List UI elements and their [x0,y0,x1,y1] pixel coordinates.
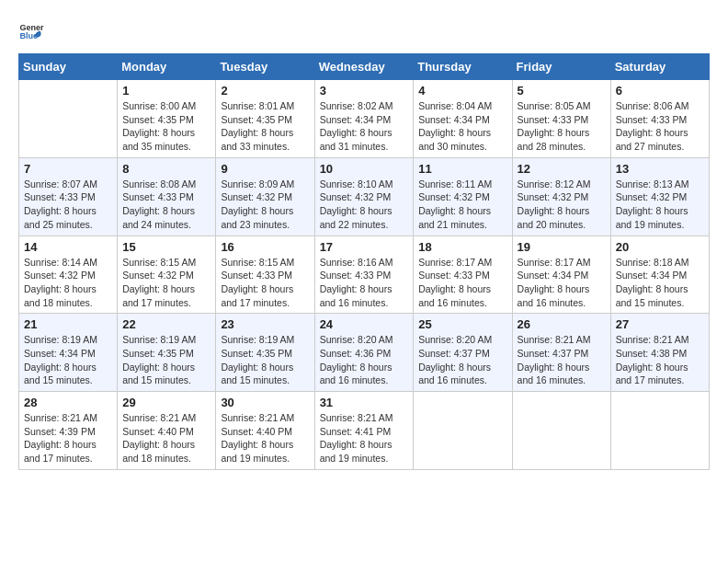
calendar-cell: 18Sunrise: 8:17 AM Sunset: 4:33 PM Dayli… [414,236,512,314]
calendar-cell: 10Sunrise: 8:10 AM Sunset: 4:32 PM Dayli… [314,157,414,236]
calendar-table: SundayMondayTuesdayWednesdayThursdayFrid… [18,53,710,470]
calendar-cell: 3Sunrise: 8:02 AM Sunset: 4:34 PM Daylig… [314,80,414,158]
day-info: Sunrise: 8:21 AM Sunset: 4:40 PM Dayligh… [221,411,309,465]
day-number: 2 [221,84,309,98]
day-number: 21 [24,317,112,331]
day-info: Sunrise: 8:05 AM Sunset: 4:33 PM Dayligh… [518,99,606,154]
day-info: Sunrise: 8:13 AM Sunset: 4:32 PM Dayligh… [616,178,704,232]
day-info: Sunrise: 8:11 AM Sunset: 4:32 PM Dayligh… [418,178,506,232]
day-number: 29 [122,396,210,409]
day-number: 9 [221,162,309,176]
day-number: 5 [518,84,606,98]
calendar-cell: 8Sunrise: 8:08 AM Sunset: 4:33 PM Daylig… [118,157,216,236]
calendar-cell: 7Sunrise: 8:07 AM Sunset: 4:33 PM Daylig… [19,157,118,236]
calendar-cell: 13Sunrise: 8:13 AM Sunset: 4:32 PM Dayli… [610,157,709,236]
day-info: Sunrise: 8:00 AM Sunset: 4:35 PM Dayligh… [122,99,210,154]
calendar-cell: 1Sunrise: 8:00 AM Sunset: 4:35 PM Daylig… [118,80,216,158]
day-info: Sunrise: 8:19 AM Sunset: 4:35 PM Dayligh… [122,333,210,387]
day-info: Sunrise: 8:15 AM Sunset: 4:33 PM Dayligh… [221,256,309,310]
svg-text:General: General [19,23,44,32]
day-number: 1 [122,84,210,98]
calendar-cell: 27Sunrise: 8:21 AM Sunset: 4:38 PM Dayli… [610,314,709,392]
day-info: Sunrise: 8:17 AM Sunset: 4:34 PM Dayligh… [518,256,606,310]
calendar-cell: 26Sunrise: 8:21 AM Sunset: 4:37 PM Dayli… [512,314,610,392]
day-number: 10 [320,162,409,176]
day-info: Sunrise: 8:21 AM Sunset: 4:39 PM Dayligh… [24,411,112,465]
calendar-cell: 19Sunrise: 8:17 AM Sunset: 4:34 PM Dayli… [512,236,610,314]
calendar-cell: 31Sunrise: 8:21 AM Sunset: 4:41 PM Dayli… [314,392,414,470]
logo: General Blue [18,18,48,44]
logo-icon: General Blue [18,18,44,44]
day-number: 28 [24,396,112,409]
weekday-header-saturday: Saturday [610,54,709,80]
weekday-header-sunday: Sunday [19,54,118,80]
calendar-cell: 29Sunrise: 8:21 AM Sunset: 4:40 PM Dayli… [118,392,216,470]
calendar-cell: 20Sunrise: 8:18 AM Sunset: 4:34 PM Dayli… [610,236,709,314]
day-info: Sunrise: 8:21 AM Sunset: 4:41 PM Dayligh… [320,411,409,465]
day-info: Sunrise: 8:12 AM Sunset: 4:32 PM Dayligh… [518,178,606,232]
day-number: 15 [122,240,210,254]
day-info: Sunrise: 8:17 AM Sunset: 4:33 PM Dayligh… [418,256,506,310]
day-number: 26 [518,317,606,331]
day-number: 7 [24,162,112,176]
day-number: 14 [24,240,112,254]
day-info: Sunrise: 8:20 AM Sunset: 4:36 PM Dayligh… [320,333,409,387]
day-info: Sunrise: 8:09 AM Sunset: 4:32 PM Dayligh… [221,178,309,232]
day-number: 11 [418,162,506,176]
calendar-cell: 5Sunrise: 8:05 AM Sunset: 4:33 PM Daylig… [512,80,610,158]
day-info: Sunrise: 8:08 AM Sunset: 4:33 PM Dayligh… [122,178,210,232]
day-number: 13 [616,162,704,176]
day-info: Sunrise: 8:01 AM Sunset: 4:35 PM Dayligh… [221,99,309,154]
calendar-cell: 11Sunrise: 8:11 AM Sunset: 4:32 PM Dayli… [414,157,512,236]
day-number: 31 [320,396,409,409]
calendar-cell: 22Sunrise: 8:19 AM Sunset: 4:35 PM Dayli… [118,314,216,392]
day-info: Sunrise: 8:14 AM Sunset: 4:32 PM Dayligh… [24,256,112,310]
calendar-cell [19,80,118,158]
day-number: 3 [320,84,409,98]
calendar-cell [512,392,610,470]
day-info: Sunrise: 8:16 AM Sunset: 4:33 PM Dayligh… [320,256,409,310]
calendar-cell [414,392,512,470]
day-number: 25 [418,317,506,331]
weekday-header-thursday: Thursday [414,54,512,80]
calendar-cell: 6Sunrise: 8:06 AM Sunset: 4:33 PM Daylig… [610,80,709,158]
day-number: 22 [122,317,210,331]
day-number: 8 [122,162,210,176]
day-number: 19 [518,240,606,254]
weekday-header-friday: Friday [512,54,610,80]
calendar-cell: 25Sunrise: 8:20 AM Sunset: 4:37 PM Dayli… [414,314,512,392]
calendar-cell: 12Sunrise: 8:12 AM Sunset: 4:32 PM Dayli… [512,157,610,236]
calendar-cell [610,392,709,470]
day-number: 6 [616,84,704,98]
day-number: 17 [320,240,409,254]
day-info: Sunrise: 8:21 AM Sunset: 4:38 PM Dayligh… [616,333,704,387]
day-info: Sunrise: 8:19 AM Sunset: 4:35 PM Dayligh… [221,333,309,387]
calendar-cell: 21Sunrise: 8:19 AM Sunset: 4:34 PM Dayli… [19,314,118,392]
day-number: 20 [616,240,704,254]
day-number: 30 [221,396,309,409]
day-number: 12 [518,162,606,176]
day-info: Sunrise: 8:04 AM Sunset: 4:34 PM Dayligh… [418,99,506,154]
day-number: 24 [320,317,409,331]
calendar-cell: 2Sunrise: 8:01 AM Sunset: 4:35 PM Daylig… [216,80,314,158]
calendar-cell: 14Sunrise: 8:14 AM Sunset: 4:32 PM Dayli… [19,236,118,314]
page-header: General Blue [18,18,710,44]
day-number: 27 [616,317,704,331]
day-number: 18 [418,240,506,254]
calendar-cell: 24Sunrise: 8:20 AM Sunset: 4:36 PM Dayli… [314,314,414,392]
calendar-week-5: 28Sunrise: 8:21 AM Sunset: 4:39 PM Dayli… [19,392,710,470]
day-number: 4 [418,84,506,98]
day-number: 23 [221,317,309,331]
day-info: Sunrise: 8:21 AM Sunset: 4:40 PM Dayligh… [122,411,210,465]
calendar-week-1: 1Sunrise: 8:00 AM Sunset: 4:35 PM Daylig… [19,80,710,158]
day-info: Sunrise: 8:18 AM Sunset: 4:34 PM Dayligh… [616,256,704,310]
calendar-week-3: 14Sunrise: 8:14 AM Sunset: 4:32 PM Dayli… [19,236,710,314]
day-info: Sunrise: 8:20 AM Sunset: 4:37 PM Dayligh… [418,333,506,387]
calendar-cell: 15Sunrise: 8:15 AM Sunset: 4:32 PM Dayli… [118,236,216,314]
day-info: Sunrise: 8:02 AM Sunset: 4:34 PM Dayligh… [320,99,409,154]
calendar-week-4: 21Sunrise: 8:19 AM Sunset: 4:34 PM Dayli… [19,314,710,392]
weekday-header-tuesday: Tuesday [216,54,314,80]
calendar-cell: 30Sunrise: 8:21 AM Sunset: 4:40 PM Dayli… [216,392,314,470]
calendar-cell: 16Sunrise: 8:15 AM Sunset: 4:33 PM Dayli… [216,236,314,314]
weekday-header-monday: Monday [118,54,216,80]
